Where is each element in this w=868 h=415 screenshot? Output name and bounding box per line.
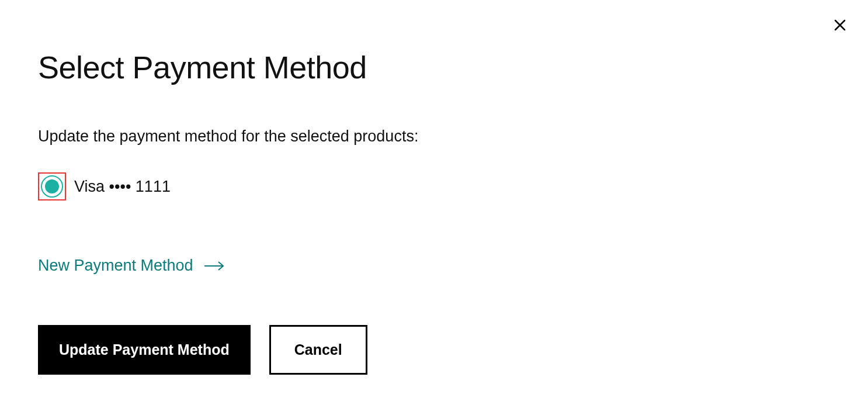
radio-button[interactable] — [41, 175, 63, 198]
close-icon — [833, 18, 847, 34]
button-row: Update Payment Method Cancel — [38, 325, 830, 375]
radio-selected-icon — [45, 179, 59, 193]
payment-option-label: Visa •••• 1111 — [74, 178, 171, 196]
close-button[interactable] — [831, 16, 849, 35]
dialog-description: Update the payment method for the select… — [38, 127, 830, 146]
cancel-button[interactable]: Cancel — [269, 325, 367, 375]
new-payment-link-label: New Payment Method — [38, 257, 193, 275]
payment-option-row: Visa •••• 1111 — [38, 172, 830, 200]
highlight-box — [38, 172, 66, 200]
arrow-right-icon — [204, 261, 225, 271]
dialog-title: Select Payment Method — [38, 49, 830, 85]
update-payment-method-button[interactable]: Update Payment Method — [38, 325, 251, 375]
payment-method-dialog: Select Payment Method Update the payment… — [0, 0, 868, 410]
new-payment-method-link[interactable]: New Payment Method — [38, 257, 225, 275]
